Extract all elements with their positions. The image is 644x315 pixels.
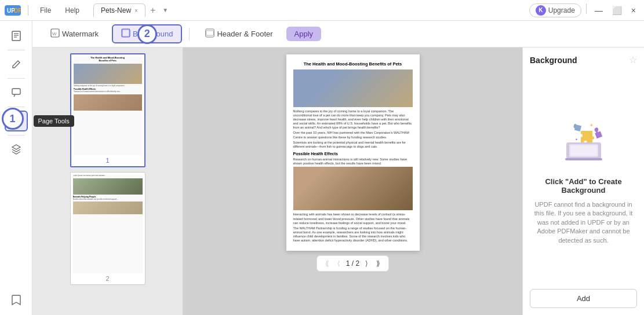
watermark-icon: W [50, 28, 60, 39]
sidebar-item-comment[interactable] [5, 82, 28, 103]
right-panel-title: Background [530, 56, 577, 65]
sidebar-bottom [5, 290, 28, 310]
sidebar-item-pages[interactable] [5, 25, 28, 46]
empty-illustration: ✦ ✦ [555, 116, 613, 169]
pdf-next-page-button[interactable]: ⟩ [363, 258, 370, 269]
tab-label: Pets-New [101, 6, 131, 14]
pdf-title: The Health and Mood-Boosting Benefits of… [293, 61, 413, 67]
pdf-last-page-button[interactable]: ⟫ [374, 258, 383, 269]
tab-dropdown-button[interactable]: ▼ [162, 7, 168, 13]
apply-label: Apply [294, 30, 314, 38]
svg-rect-22 [565, 158, 602, 160]
svg-rect-21 [570, 145, 597, 156]
header-footer-icon [205, 28, 214, 39]
content-area: The Health and Mood-BoostingBenefits of … [32, 47, 644, 315]
svg-rect-3 [12, 31, 20, 41]
sidebar-divider-3 [8, 107, 25, 107]
pdf-first-page-button[interactable]: ⟪ [323, 258, 332, 269]
sidebar-divider-2 [8, 78, 25, 79]
page-thumb-2[interactable]: Lorem ipsum text about pets and animals.… [70, 172, 145, 285]
pdf-dogs-image [293, 167, 413, 210]
svg-text:DF: DF [14, 8, 21, 14]
tab-close-button[interactable]: × [134, 8, 138, 14]
svg-rect-7 [12, 89, 20, 94]
page-thumb-1[interactable]: The Health and Mood-BoostingBenefits of … [70, 53, 145, 167]
pdf-section-health: Possible Health Effects [293, 151, 413, 156]
pdf-interacting-text: Interacting with animals has been shown … [293, 213, 413, 225]
main-area: 1 Page Tools W Watermark [0, 21, 644, 315]
pdf-area: The Health and Mood-Boosting Benefits of… [183, 47, 522, 315]
add-background-button[interactable]: Add [530, 289, 637, 308]
separator2 [586, 3, 587, 14]
page-tools-tooltip: Page Tools [34, 115, 74, 127]
avatar: K [536, 5, 546, 16]
pdf-waltham-text: The WALTHAM Partnership is funding a ran… [293, 226, 413, 243]
file-menu-button[interactable]: File [35, 5, 56, 16]
pdf-prev-page-button[interactable]: ⟨ [335, 258, 343, 269]
sidebar-item-edit[interactable] [5, 54, 28, 75]
title-bar: UP DF File Help Pets-New × + ▼ K Upgrade… [0, 0, 644, 21]
pdf-health-text: Research on human-animal interactions is… [293, 158, 413, 166]
maximize-button[interactable]: ⬜ [609, 3, 625, 17]
page-thumb-1-img: The Health and Mood-BoostingBenefits of … [74, 57, 142, 155]
sidebar-divider-1 [8, 50, 25, 50]
left-sidebar: 1 Page Tools [0, 21, 32, 315]
header-footer-button[interactable]: Header & Footer [197, 25, 281, 43]
pdf-science-text: Scientists are looking at the potential … [293, 141, 413, 149]
pdf-page-info: 1 / 2 [346, 259, 359, 268]
watermark-button[interactable]: W Watermark [42, 25, 107, 43]
page-thumb-2-img: Lorem ipsum text about pets and animals.… [73, 175, 143, 273]
header-footer-label: Header & Footer [217, 30, 272, 38]
background-icon [121, 28, 130, 39]
upgrade-button[interactable]: K Upgrade [529, 3, 581, 17]
background-btn-wrapper: Background 2 [112, 24, 182, 43]
svg-rect-15 [123, 30, 129, 36]
empty-state-title: Click "Add" to Create Background [530, 177, 637, 195]
toolbar-area: W Watermark Background 2 [32, 21, 644, 315]
right-panel: Background ☆ [522, 47, 644, 315]
page-1-number: 1 [74, 157, 142, 164]
svg-rect-18 [206, 35, 214, 37]
step-1-badge: 1 [2, 108, 24, 130]
tab-area: Pets-New × + [93, 3, 158, 17]
app-logo: UP DF [5, 5, 21, 16]
minimize-button[interactable]: — [591, 3, 606, 17]
page-2-img1 [73, 178, 143, 195]
sidebar-divider-4 [8, 135, 25, 135]
watermark-label: Watermark [62, 30, 99, 38]
pdf-intro-text: Nothing compares to the joy of coming ho… [293, 109, 413, 130]
sidebar-item-bookmark[interactable] [5, 290, 28, 310]
page-2-content: Lorem ipsum text about pets and animals.… [73, 175, 143, 215]
page-1-img2 [74, 94, 142, 111]
sidebar-item-pagetools-wrapper: 1 Page Tools [5, 111, 28, 131]
empty-state-description: UPDF cannot find a background in this fi… [530, 200, 637, 245]
apply-button[interactable]: Apply [286, 27, 322, 41]
sidebar-item-layers[interactable] [5, 139, 28, 160]
pdf-main-image [293, 69, 413, 107]
pdf-study-text: Over the past 10 years, NIH has partnere… [293, 131, 413, 139]
pdf-page: The Health and Mood-Boosting Benefits of… [286, 54, 420, 251]
upgrade-label: Upgrade [548, 6, 575, 14]
empty-state: ✦ ✦ Click "Add" to Create Background UPD… [530, 72, 637, 289]
page-2-number: 2 [73, 275, 143, 282]
step-2-badge: 2 [137, 24, 157, 44]
pdf-navigation: ⟪ ⟨ 1 / 2 ⟩ ⟫ [316, 255, 389, 272]
star-icon[interactable]: ☆ [629, 54, 637, 65]
toolbar: W Watermark Background 2 [32, 21, 644, 47]
page-1-content: The Health and Mood-BoostingBenefits of … [74, 57, 142, 112]
page-2-img2 [73, 202, 143, 214]
svg-text:✦: ✦ [590, 123, 594, 128]
toolbar-separator [189, 28, 190, 41]
window-controls: K Upgrade — ⬜ × [529, 3, 639, 17]
svg-text:✦: ✦ [575, 138, 578, 141]
pages-panel: The Health and Mood-BoostingBenefits of … [32, 47, 183, 315]
right-panel-header: Background ☆ [530, 54, 637, 65]
svg-text:W: W [52, 31, 57, 36]
new-tab-button[interactable]: + [148, 5, 158, 16]
close-button[interactable]: × [628, 3, 639, 17]
separator [28, 5, 28, 16]
page-1-img1 [74, 64, 142, 84]
svg-rect-17 [206, 29, 214, 31]
help-menu-button[interactable]: Help [60, 5, 84, 16]
tab-pets-new[interactable]: Pets-New × [93, 3, 145, 17]
